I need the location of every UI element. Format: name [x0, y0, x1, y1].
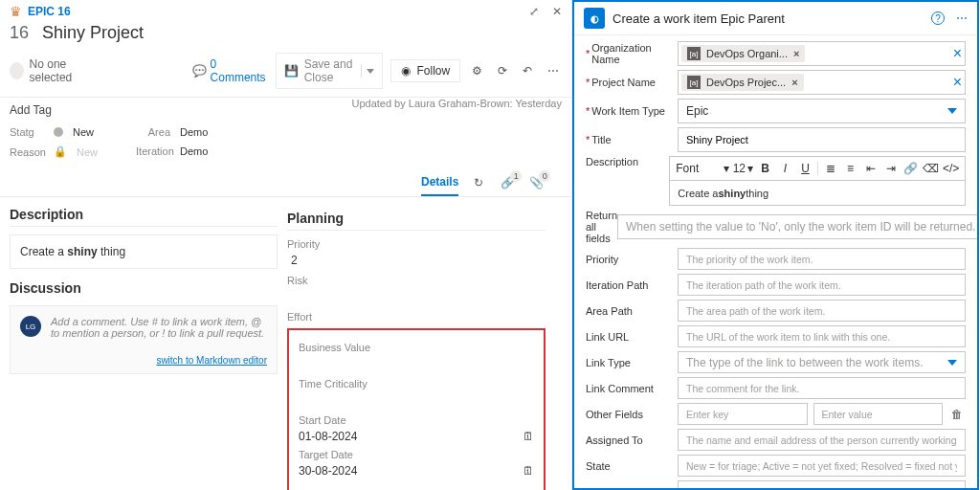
outdent-icon[interactable]: ⇤ — [862, 162, 879, 175]
calendar-icon[interactable]: 🗓 — [523, 464, 534, 478]
description-input[interactable]: Create a shiny thing — [669, 181, 966, 206]
expand-icon[interactable]: ⤢ — [529, 5, 539, 18]
effort-label: Effort — [287, 311, 546, 323]
remove-chip-icon[interactable]: × — [791, 77, 797, 88]
work-item-panel: ♛ EPIC 16 ⤢ ✕ 16 Shiny Project No one se… — [0, 0, 572, 490]
target-date-value[interactable]: 30-08-2024 — [299, 464, 357, 478]
description-heading: Description — [10, 207, 278, 227]
number-list-icon[interactable]: ≡ — [842, 162, 858, 175]
devops-app-icon: ◐ — [584, 8, 605, 29]
clear-icon[interactable]: × — [953, 45, 962, 62]
attachments-tab-icon[interactable]: 📎0 — [527, 174, 545, 191]
follow-button[interactable]: ◉ Follow — [390, 59, 460, 82]
start-date-label: Start Date — [299, 414, 534, 426]
chevron-down-icon[interactable] — [367, 69, 374, 74]
lock-icon: 🔒 — [54, 145, 67, 158]
indent-icon[interactable]: ⇥ — [882, 162, 899, 175]
comment-placeholder: Add a comment. Use # to link a work item… — [51, 316, 267, 339]
risk-label: Risk — [287, 275, 546, 286]
clear-icon[interactable]: × — [953, 74, 962, 91]
font-select[interactable]: Font ▾ — [676, 162, 728, 175]
delete-icon[interactable]: 🗑 — [948, 406, 966, 423]
more-options-icon[interactable]: ⋯ — [956, 11, 968, 25]
priority-value[interactable]: 2 — [287, 254, 546, 267]
unassigned-avatar — [10, 62, 24, 79]
bold-icon[interactable]: B — [757, 162, 773, 175]
work-item-title[interactable]: Shiny Project — [42, 23, 144, 43]
priority-label: Priority — [287, 238, 546, 250]
comment-box[interactable]: LG Add a comment. Use # to link a work i… — [10, 305, 278, 374]
links-tab-icon[interactable]: 🔗1 — [499, 174, 516, 191]
area-label: Area — [136, 126, 170, 138]
assigned-to-input[interactable] — [678, 429, 966, 451]
other-key-input[interactable] — [678, 403, 808, 425]
other-value-input[interactable] — [813, 403, 944, 425]
state-dot-icon — [54, 127, 63, 137]
refresh-icon[interactable]: ⟳ — [494, 59, 511, 82]
remove-chip-icon[interactable]: × — [793, 48, 799, 59]
calendar-icon[interactable]: 🗓 — [523, 430, 534, 443]
power-automate-panel: ◐ Create a work item Epic Parent ? ⋯ *Or… — [572, 0, 979, 490]
history-tab-icon[interactable]: ↻ — [470, 174, 487, 191]
project-name-input[interactable]: [a]DevOps Projec...× × — [678, 70, 966, 95]
help-icon[interactable]: ? — [931, 11, 945, 25]
updated-by-text: Updated by Laura Graham-Brown: Yesterday — [351, 98, 562, 109]
work-item-type-select[interactable]: Epic — [678, 99, 966, 123]
discussion-heading: Discussion — [10, 280, 278, 296]
reason-label: Reason — [10, 146, 44, 158]
epic-id: EPIC 16 — [28, 5, 71, 18]
underline-icon[interactable]: U — [797, 162, 813, 175]
risk-value[interactable] — [287, 290, 546, 303]
org-name-input[interactable]: [a]DevOps Organi...× × — [678, 41, 966, 66]
crown-icon: ♛ — [10, 4, 22, 19]
undo-icon[interactable]: ↶ — [519, 59, 536, 82]
gear-icon[interactable]: ⚙ — [468, 59, 485, 82]
time-criticality-label: Time Criticality — [299, 378, 534, 390]
business-value-label: Business Value — [299, 342, 534, 353]
iteration-label: Iteration — [136, 145, 170, 157]
link-type-select[interactable]: The type of the link to between the work… — [678, 351, 966, 373]
code-view-icon[interactable]: </> — [943, 162, 959, 175]
save-icon: 💾 — [284, 64, 299, 78]
area-value[interactable]: Demo — [180, 126, 208, 138]
link-comment-input[interactable] — [678, 377, 966, 399]
start-date-value[interactable]: 01-08-2024 — [299, 430, 357, 443]
italic-icon[interactable]: I — [777, 162, 793, 175]
title-input[interactable] — [678, 127, 966, 152]
avatar: LG — [20, 316, 41, 337]
bullet-list-icon[interactable]: ≣ — [822, 162, 838, 175]
eye-icon: ◉ — [401, 64, 411, 78]
state-value[interactable]: New — [73, 126, 94, 138]
iteration-input[interactable] — [678, 274, 966, 296]
panel-title: Create a work item Epic Parent — [612, 11, 785, 26]
state-input[interactable] — [678, 455, 966, 477]
clear-format-icon[interactable]: ⌫ — [923, 162, 939, 175]
more-icon[interactable]: ⋯ — [545, 59, 562, 82]
tab-details[interactable]: Details — [421, 169, 458, 196]
comment-icon: 💬 — [192, 64, 207, 78]
save-and-close-button[interactable]: 💾 Save and Close — [276, 53, 384, 89]
markdown-switch-link[interactable]: switch to Markdown editor — [156, 355, 267, 366]
work-item-number: 16 — [10, 23, 29, 43]
font-size-select[interactable]: 12 ▾ — [733, 162, 753, 175]
close-icon[interactable]: ✕ — [552, 5, 562, 18]
chevron-down-icon — [947, 108, 957, 114]
planning-heading: Planning — [287, 211, 546, 231]
tags-input[interactable] — [678, 480, 966, 488]
link-icon[interactable]: 🔗 — [902, 162, 919, 175]
chevron-down-icon — [947, 360, 957, 366]
iteration-value[interactable]: Demo — [180, 145, 208, 157]
priority-input[interactable] — [678, 248, 966, 270]
target-date-label: Target Date — [299, 449, 534, 460]
link-url-input[interactable] — [678, 325, 966, 347]
area-input[interactable] — [678, 300, 966, 322]
rte-toolbar[interactable]: Font ▾ 12 ▾ B I U ≣ ≡ ⇤ ⇥ 🔗 ⌫ </> — [669, 156, 966, 181]
comments-link[interactable]: 💬 0 Comments — [192, 57, 266, 84]
state-label: Statg — [10, 126, 44, 138]
reason-value: New — [77, 146, 98, 158]
assigned-to-text[interactable]: No one selected — [30, 57, 97, 84]
dates-highlight-box: Business Value Time Criticality Start Da… — [287, 328, 546, 490]
description-editor[interactable]: Create a shiny thing — [10, 234, 278, 269]
return-all-fields-select[interactable]: When setting the value to 'No', only the… — [617, 214, 977, 239]
